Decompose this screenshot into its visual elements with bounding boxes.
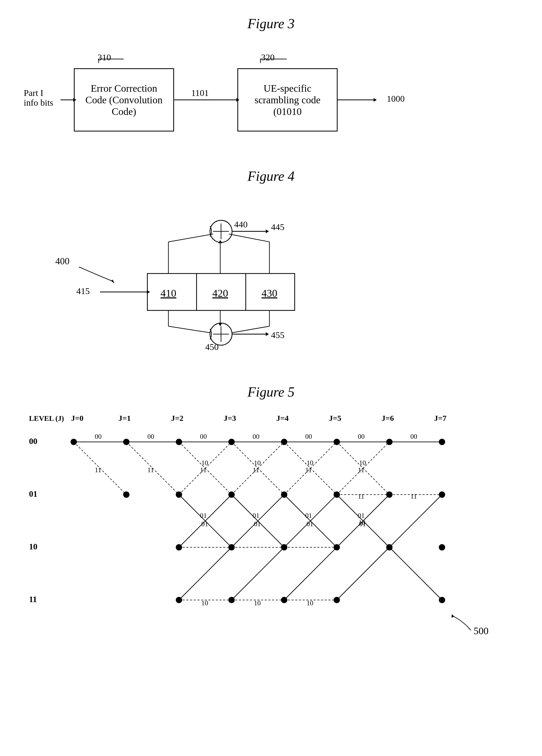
svg-text:01: 01 [200,512,207,519]
svg-marker-157 [452,614,454,618]
svg-marker-40 [266,332,269,336]
svg-point-153 [281,597,287,603]
svg-point-133 [228,439,235,445]
svg-point-137 [439,439,445,445]
svg-text:00: 00 [358,433,365,440]
svg-text:11: 11 [410,492,417,500]
svg-text:10: 10 [201,459,208,467]
svg-line-115 [284,547,337,600]
svg-text:J=5: J=5 [329,414,341,422]
svg-point-148 [334,544,340,550]
svg-line-24 [168,234,213,242]
svg-text:10: 10 [29,542,37,551]
svg-point-146 [228,544,235,550]
svg-line-128 [389,547,442,600]
svg-text:J=4: J=4 [276,414,289,422]
svg-text:500: 500 [473,625,488,636]
svg-line-116 [337,547,389,600]
svg-line-36 [231,326,269,333]
svg-text:410: 410 [161,287,176,299]
svg-text:J=6: J=6 [381,414,394,422]
svg-point-136 [386,439,393,445]
svg-text:11: 11 [95,466,101,474]
svg-text:1101: 1101 [191,88,209,98]
svg-text:00: 00 [410,433,417,440]
svg-text:1000: 1000 [387,94,405,104]
svg-text:01: 01 [305,512,312,519]
svg-line-127 [389,495,442,547]
svg-text:J=0: J=0 [71,414,84,422]
svg-point-147 [281,544,287,550]
svg-text:J=7: J=7 [434,414,447,422]
svg-text:11: 11 [147,466,154,474]
svg-text:10: 10 [307,599,313,607]
svg-text:445: 445 [271,222,285,232]
svg-point-145 [176,544,182,550]
figure5-container: LEVEL (J) J=0 J=1 J=2 J=3 J=4 J=5 J=6 J=… [21,405,521,642]
svg-text:10: 10 [307,459,313,467]
svg-text:11: 11 [29,595,37,604]
svg-text:J=3: J=3 [224,414,236,422]
svg-marker-6 [374,98,377,102]
svg-text:400: 400 [55,256,70,266]
svg-text:00: 00 [29,437,37,446]
svg-line-26 [229,234,269,242]
svg-marker-21 [266,230,269,233]
svg-point-131 [123,439,129,445]
svg-line-114 [231,547,284,600]
svg-point-144 [439,491,445,498]
svg-point-135 [334,439,340,445]
svg-point-130 [71,439,77,445]
svg-marker-46 [111,280,114,284]
svg-text:info bits: info bits [24,98,53,108]
svg-point-134 [281,439,287,445]
svg-text:LEVEL (J): LEVEL (J) [29,414,64,422]
svg-text:455: 455 [271,330,285,340]
svg-point-138 [123,491,129,498]
figure5-title: Figure 5 [21,384,521,400]
svg-text:Part I: Part I [24,88,43,98]
svg-point-150 [439,544,445,550]
svg-point-140 [228,491,235,498]
svg-point-143 [386,491,393,498]
svg-text:00: 00 [200,433,207,440]
svg-point-141 [281,491,287,498]
svg-line-34 [168,326,211,333]
svg-text:10: 10 [359,519,366,526]
svg-text:440: 440 [234,220,248,229]
svg-text:00: 00 [95,433,101,440]
box-ecc: Error Correction Code (Convolution Code) [74,68,174,131]
svg-text:420: 420 [212,287,228,299]
svg-text:10: 10 [254,599,261,607]
svg-point-142 [334,491,340,498]
svg-point-149 [386,544,393,550]
svg-point-152 [228,597,235,603]
svg-text:10: 10 [359,459,366,467]
svg-text:J=2: J=2 [171,414,183,422]
box-ecc-text3: Code) [85,106,162,117]
svg-text:00: 00 [147,433,154,440]
figure4-svg: 410 420 430 440 445 [21,200,521,363]
svg-text:J=1: J=1 [118,414,131,422]
svg-text:01: 01 [29,489,37,499]
box-ue-text1: UE-specific [254,82,321,94]
svg-point-139 [176,491,182,498]
label-320: 320 [261,52,275,62]
box-ue-text2: scrambling code [254,94,321,106]
svg-text:01: 01 [358,512,365,519]
figure3-container: 310 320 Error Correction Code (Convoluti… [21,47,521,147]
svg-text:10: 10 [254,459,261,467]
box-ecc-text1: Error Correction [85,82,162,94]
svg-point-154 [334,597,340,603]
page: Figure 3 310 320 Error Correction Code (… [0,0,542,756]
label-310: 310 [98,52,111,62]
figure5-svg: LEVEL (J) J=0 J=1 J=2 J=3 J=4 J=5 J=6 J=… [21,405,521,642]
box-ecc-text2: Code (Convolution [85,94,162,106]
svg-point-132 [176,439,182,445]
svg-line-113 [179,547,231,600]
figure4-title: Figure 4 [21,168,521,184]
svg-text:450: 450 [205,342,219,352]
figure4-container: 410 420 430 440 445 [21,200,521,363]
box-ue-text3: (01010 [254,106,321,117]
figure3-title: Figure 3 [21,16,521,31]
